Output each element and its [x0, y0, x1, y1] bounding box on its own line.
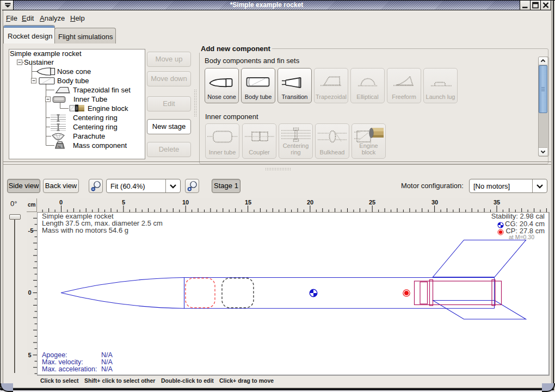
- svg-text:15: 15: [245, 199, 251, 206]
- svg-text:0: 0: [59, 199, 63, 206]
- svg-text:5: 5: [28, 352, 32, 358]
- svg-text:35: 35: [494, 199, 500, 206]
- svg-text:10: 10: [182, 199, 189, 206]
- svg-text:5: 5: [122, 199, 125, 206]
- svg-text:20: 20: [307, 199, 313, 206]
- svg-text:kg: kg: [58, 145, 61, 148]
- svg-text:25: 25: [369, 199, 375, 206]
- svg-text:30: 30: [431, 199, 438, 206]
- svg-text:0: 0: [28, 289, 32, 296]
- svg-text:-5: -5: [28, 227, 34, 234]
